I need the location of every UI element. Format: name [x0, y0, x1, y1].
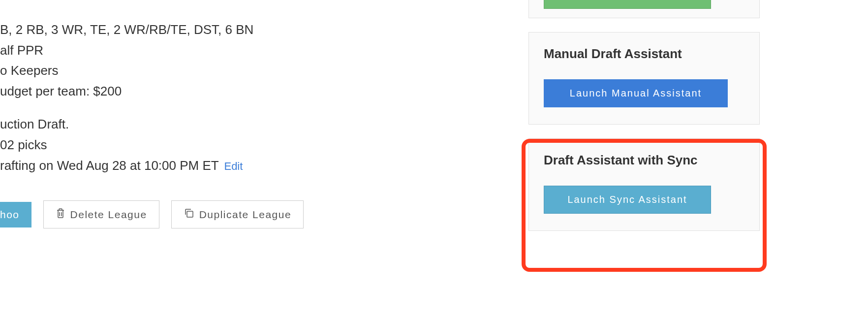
- delete-button-label: Delete League: [70, 209, 147, 221]
- scoring-line: alf PPR: [0, 40, 492, 61]
- yahoo-button[interactable]: hoo: [0, 202, 31, 227]
- svg-rect-0: [187, 211, 193, 217]
- yahoo-button-label: hoo: [0, 209, 20, 221]
- roster-line: B, 2 RB, 3 WR, TE, 2 WR/RB/TE, DST, 6 BN: [0, 20, 492, 40]
- edit-link[interactable]: Edit: [224, 160, 243, 172]
- launch-manual-assistant-button[interactable]: Launch Manual Assistant: [544, 79, 728, 107]
- mock-draft-card: Start a Mock Draft: [528, 0, 760, 18]
- manual-assistant-title: Manual Draft Assistant: [544, 46, 744, 62]
- start-mock-draft-button[interactable]: Start a Mock Draft: [544, 0, 711, 9]
- budget-line: udget per team: $200: [0, 81, 492, 102]
- trash-icon: [56, 208, 65, 221]
- league-info-list: B, 2 RB, 3 WR, TE, 2 WR/RB/TE, DST, 6 BN…: [0, 20, 492, 176]
- keepers-line: o Keepers: [0, 61, 492, 81]
- draft-time-text: rafting on Wed Aug 28 at 10:00 PM ET: [0, 158, 218, 173]
- action-button-row: hoo Delete League Duplicate League: [0, 200, 492, 228]
- league-details-panel: B, 2 RB, 3 WR, TE, 2 WR/RB/TE, DST, 6 BN…: [0, 20, 492, 228]
- picks-line: 02 picks: [0, 135, 492, 156]
- duplicate-icon: [184, 208, 194, 221]
- draft-time-line: rafting on Wed Aug 28 at 10:00 PM ET Edi…: [0, 156, 492, 176]
- spacer: [0, 101, 492, 114]
- sidebar: Start a Mock Draft Manual Draft Assistan…: [528, 0, 760, 245]
- duplicate-button-label: Duplicate League: [199, 209, 291, 221]
- sync-assistant-title: Draft Assistant with Sync: [544, 153, 744, 168]
- manual-assistant-card: Manual Draft Assistant Launch Manual Ass…: [528, 32, 760, 125]
- duplicate-league-button[interactable]: Duplicate League: [171, 200, 304, 228]
- launch-sync-assistant-button[interactable]: Launch Sync Assistant: [544, 186, 711, 214]
- delete-league-button[interactable]: Delete League: [43, 200, 159, 228]
- sync-assistant-card: Draft Assistant with Sync Launch Sync As…: [528, 138, 760, 231]
- draft-type-line: uction Draft.: [0, 114, 492, 135]
